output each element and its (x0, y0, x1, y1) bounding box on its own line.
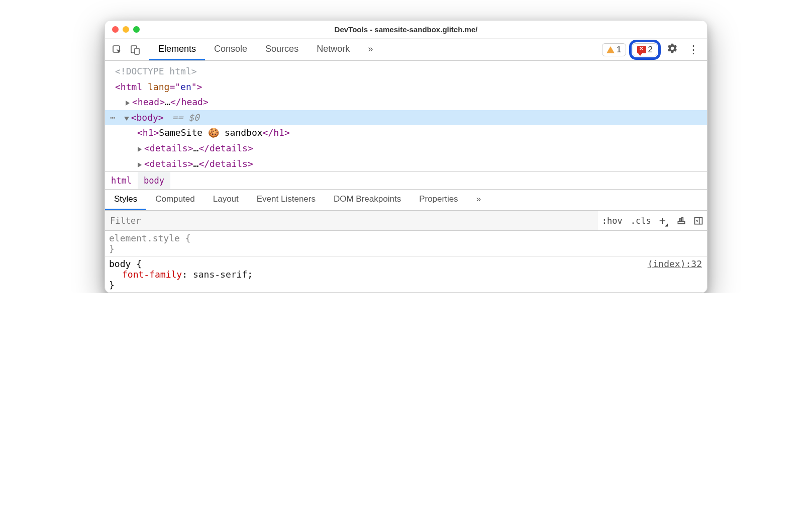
selector-element-style: element.style { (109, 233, 703, 243)
devtools-window: DevTools - samesite-sandbox.glitch.me/ E… (105, 20, 707, 293)
issues-count: 2 (648, 45, 653, 55)
inspect-element-icon[interactable] (109, 42, 125, 58)
subtab-event-listeners[interactable]: Event Listeners (248, 190, 325, 210)
source-link[interactable]: (index):32 (648, 258, 702, 269)
collapse-icon[interactable] (124, 117, 129, 121)
rule-element-style[interactable]: element.style { } (105, 231, 707, 256)
declaration-font-family[interactable]: font-family: sans-serif; (109, 269, 703, 280)
main-toolbar: Elements Console Sources Network » 1 2 ⋮ (105, 39, 707, 61)
tab-elements[interactable]: Elements (149, 39, 205, 60)
expand-icon[interactable] (138, 162, 142, 167)
traffic-lights (105, 26, 140, 33)
minimize-window-button[interactable] (123, 26, 129, 33)
cls-toggle[interactable]: .cls (627, 211, 655, 230)
issues-badge[interactable]: 2 (633, 43, 657, 56)
toggle-device-icon[interactable] (127, 42, 143, 58)
tab-network[interactable]: Network (308, 39, 359, 60)
rule-body[interactable]: (index):32 body { font-family: sans-seri… (105, 256, 707, 293)
breadcrumb: html body (105, 171, 707, 190)
console-reference: == $0 (167, 112, 199, 123)
dom-head[interactable]: <head>…</head> (105, 95, 707, 110)
issues-icon (637, 46, 646, 53)
crumb-html[interactable]: html (105, 172, 138, 189)
close-brace: } (109, 280, 703, 290)
subtab-properties[interactable]: Properties (410, 190, 467, 210)
warnings-badge[interactable]: 1 (602, 43, 626, 56)
dom-details-1[interactable]: <details>…</details> (105, 141, 707, 156)
tab-console[interactable]: Console (205, 39, 256, 60)
styles-pane: element.style { } (index):32 body { font… (105, 231, 707, 293)
toggle-sidebar-icon[interactable] (690, 211, 707, 230)
zoom-window-button[interactable] (133, 26, 140, 33)
status-group: 1 2 (602, 40, 661, 60)
dom-details-2[interactable]: <details>…</details> (105, 156, 707, 172)
new-style-rule-button[interactable]: +◢ (655, 211, 673, 230)
crumb-body[interactable]: body (138, 172, 170, 189)
close-brace: } (109, 243, 703, 254)
dom-html[interactable]: <html lang="en"> (105, 79, 707, 95)
element-actions-icon[interactable]: ⋯ (110, 112, 116, 123)
svg-rect-2 (135, 48, 139, 54)
styles-subtabs: Styles Computed Layout Event Listeners D… (105, 190, 707, 211)
warnings-count: 1 (617, 45, 621, 55)
hover-toggle[interactable]: :hov (598, 211, 627, 230)
styles-filterbar: :hov .cls +◢ (105, 211, 707, 231)
chevron-down-icon: ◢ (665, 222, 668, 227)
warning-icon (606, 46, 615, 53)
dom-tree[interactable]: <!DOCTYPE html> <html lang="en"> <head>…… (105, 61, 707, 171)
expand-icon[interactable] (138, 147, 142, 152)
more-menu-icon[interactable]: ⋮ (684, 43, 703, 56)
paintbrush-icon[interactable] (673, 211, 690, 230)
issues-highlight: 2 (629, 40, 661, 60)
window-title: DevTools - samesite-sandbox.glitch.me/ (105, 25, 707, 34)
subtab-computed[interactable]: Computed (146, 190, 204, 210)
expand-icon[interactable] (126, 101, 130, 106)
dom-doctype[interactable]: <!DOCTYPE html> (105, 64, 707, 79)
tabs-overflow[interactable]: » (359, 39, 382, 60)
tab-sources[interactable]: Sources (256, 39, 308, 60)
close-window-button[interactable] (112, 26, 119, 33)
dom-body-selected[interactable]: ⋯ <body> == $0 (105, 110, 707, 126)
selector-body: body { (109, 258, 703, 269)
subtabs-overflow[interactable]: » (467, 190, 490, 210)
settings-icon[interactable] (663, 43, 682, 57)
dom-h1[interactable]: <h1>SameSite 🍪 sandbox</h1> (105, 125, 707, 141)
styles-filter-input[interactable] (105, 211, 598, 230)
panel-tabs: Elements Console Sources Network » (149, 39, 382, 60)
subtab-styles[interactable]: Styles (105, 190, 146, 210)
subtab-dom-breakpoints[interactable]: DOM Breakpoints (325, 190, 410, 210)
titlebar: DevTools - samesite-sandbox.glitch.me/ (105, 21, 707, 39)
subtab-layout[interactable]: Layout (204, 190, 248, 210)
